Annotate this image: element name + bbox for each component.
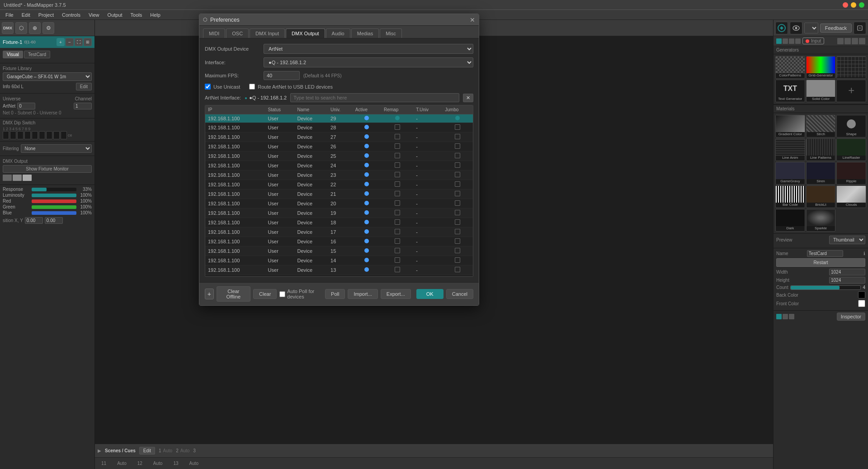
output-select[interactable] bbox=[804, 23, 818, 33]
mat-siren[interactable]: Siren bbox=[806, 162, 836, 185]
settings-icon[interactable]: ⚙ bbox=[42, 22, 54, 34]
dip-1[interactable] bbox=[3, 131, 9, 139]
mat-bricklt[interactable]: BrickLt bbox=[806, 185, 836, 208]
table-row[interactable]: 192.168.1.100 User Device 26 - bbox=[205, 142, 473, 152]
gen-colorpatterns[interactable]: ColorPatterns bbox=[775, 56, 805, 79]
eye-icon[interactable] bbox=[790, 22, 802, 34]
view-btn-1[interactable] bbox=[776, 38, 782, 44]
table-row[interactable]: 192.168.1.100 User Device 25 - bbox=[205, 152, 473, 161]
route-artnet-label[interactable]: Route ArtNet to USB LED devices bbox=[249, 84, 333, 90]
inspector-btn[interactable]: Inspector bbox=[837, 313, 865, 321]
tab-audio[interactable]: Audio bbox=[326, 28, 350, 38]
gen-solid[interactable]: Solid Color bbox=[806, 80, 836, 102]
dip-4[interactable] bbox=[24, 131, 31, 139]
auto-poll-checkbox[interactable] bbox=[279, 291, 285, 297]
import-btn[interactable]: Import... bbox=[348, 289, 377, 299]
fixture-select[interactable]: GarageCube – SFX-01 W 1m bbox=[3, 72, 92, 81]
dip-3[interactable] bbox=[17, 131, 24, 139]
restart-btn[interactable]: Restart bbox=[776, 258, 865, 267]
menu-help[interactable]: Help bbox=[146, 11, 164, 19]
use-unicast-label[interactable]: Use Unicast bbox=[205, 84, 240, 90]
fixture-edit-btn[interactable]: Edit bbox=[76, 83, 92, 90]
table-row[interactable]: 192.168.1.100 User Device 23 - bbox=[205, 171, 473, 180]
panel-btn-4[interactable] bbox=[859, 38, 865, 44]
ok-btn[interactable]: OK bbox=[416, 289, 443, 299]
mat-barcode[interactable]: Bar Code bbox=[775, 185, 805, 208]
bottom-btn-gray2[interactable] bbox=[789, 314, 794, 319]
fps-input[interactable] bbox=[264, 71, 300, 80]
device-select[interactable]: ArtNet bbox=[264, 44, 473, 54]
add-device-btn[interactable]: + bbox=[205, 289, 214, 299]
table-row[interactable]: 192.168.1.100 User Device 29 - bbox=[205, 114, 473, 123]
bottom-btn-gray1[interactable] bbox=[783, 314, 788, 319]
menu-controls[interactable]: Controls bbox=[58, 11, 84, 19]
panel-btn-3[interactable] bbox=[852, 38, 858, 44]
maximize-btn[interactable] bbox=[859, 2, 864, 8]
tab-misc[interactable]: Misc bbox=[380, 28, 402, 38]
width-input[interactable] bbox=[829, 269, 865, 275]
poll-btn[interactable]: Poll bbox=[325, 289, 345, 299]
channel-input[interactable] bbox=[74, 103, 92, 109]
table-row[interactable]: 192.168.1.100 User Device 28 - bbox=[205, 123, 473, 133]
table-row[interactable]: 192.168.1.100 User Device 16 - bbox=[205, 237, 473, 246]
export-btn[interactable]: Export... bbox=[381, 289, 411, 299]
mat-gradient[interactable]: Gradient Color bbox=[775, 115, 805, 137]
clear-all-btn[interactable]: Clear bbox=[253, 289, 277, 299]
feedback-btn[interactable]: Feedback bbox=[820, 24, 852, 33]
pos-y-input[interactable] bbox=[45, 217, 63, 224]
route-artnet-checkbox[interactable] bbox=[249, 84, 255, 90]
mat-line-patterns[interactable]: Line Patterns bbox=[806, 138, 836, 161]
fixture-add-btn[interactable]: + bbox=[57, 38, 65, 46]
mat-dark[interactable]: Dark bbox=[775, 209, 805, 232]
testcard-tab[interactable]: TestCard bbox=[24, 51, 50, 58]
filtering-select[interactable]: None bbox=[21, 144, 92, 153]
dip-7[interactable] bbox=[46, 131, 52, 139]
add-fixture-icon[interactable]: ⊕ bbox=[29, 22, 41, 34]
red-track[interactable] bbox=[32, 199, 76, 203]
menu-edit[interactable]: Edit bbox=[18, 11, 34, 19]
blue-track[interactable] bbox=[32, 211, 76, 215]
universe-input[interactable] bbox=[17, 103, 35, 109]
close-btn[interactable] bbox=[843, 2, 848, 8]
bottom-btn-teal[interactable] bbox=[776, 314, 782, 319]
dip-2[interactable] bbox=[10, 131, 16, 139]
tab-midi[interactable]: MIDI bbox=[203, 28, 225, 38]
tab-dmx-output[interactable]: DMX Output bbox=[286, 28, 325, 38]
dip-8[interactable] bbox=[53, 131, 60, 139]
search-input[interactable] bbox=[290, 93, 459, 102]
auto-poll-label[interactable]: Auto Poll for devices bbox=[279, 289, 322, 299]
table-row[interactable]: 192.168.1.100 User Device 17 - bbox=[205, 227, 473, 237]
menu-output[interactable]: Output bbox=[104, 11, 126, 19]
share-icon[interactable] bbox=[854, 22, 866, 34]
table-row[interactable]: 192.168.1.100 User Device 21 - bbox=[205, 189, 473, 199]
back-color-swatch[interactable] bbox=[858, 291, 865, 298]
gen-grid-generator[interactable]: Grid-Generator bbox=[806, 56, 836, 79]
fixture-remove-btn[interactable]: − bbox=[66, 38, 74, 46]
interface-select[interactable]: ●Q - 192.168.1.2 bbox=[264, 57, 473, 67]
dmx-icon[interactable]: DMX bbox=[2, 22, 14, 34]
mat-sparkle[interactable]: Sparkle bbox=[806, 209, 836, 232]
mat-clouds[interactable]: Clouds bbox=[836, 185, 866, 208]
gen-text[interactable]: TXT Text Generator bbox=[775, 80, 805, 102]
menu-tools[interactable]: Tools bbox=[127, 11, 146, 19]
table-row[interactable]: 192.168.1.100 User Device 27 - bbox=[205, 133, 473, 142]
height-input[interactable] bbox=[829, 277, 865, 284]
table-row[interactable]: 192.168.1.100 User Device 14 - bbox=[205, 256, 473, 265]
use-unicast-checkbox[interactable] bbox=[205, 84, 211, 90]
table-row[interactable]: 192.168.1.100 User Device 18 - bbox=[205, 218, 473, 227]
show-fixture-monitor-btn[interactable]: Show Fixture Monitor bbox=[3, 165, 92, 173]
count-track[interactable] bbox=[790, 285, 861, 290]
clear-offline-btn[interactable]: Clear Offline bbox=[217, 286, 250, 302]
table-row[interactable]: 192.168.1.100 User Device 19 - bbox=[205, 208, 473, 218]
gen-extra[interactable] bbox=[836, 56, 866, 79]
view-btn-4[interactable] bbox=[795, 38, 801, 44]
mat-gamegravy[interactable]: GameGravy bbox=[775, 162, 805, 185]
table-row[interactable]: 192.168.1.100 User Device 15 - bbox=[205, 246, 473, 256]
panel-btn-1[interactable] bbox=[837, 38, 844, 44]
mat-lineraster[interactable]: LineRaster bbox=[836, 138, 866, 161]
tab-dmx-input[interactable]: DMX Input bbox=[250, 28, 285, 38]
panel-btn-2[interactable] bbox=[844, 38, 851, 44]
view-btn-2[interactable] bbox=[783, 38, 788, 44]
info-icon[interactable]: ℹ bbox=[863, 251, 865, 256]
thumbnail-select[interactable]: Thumbnail bbox=[829, 236, 865, 244]
